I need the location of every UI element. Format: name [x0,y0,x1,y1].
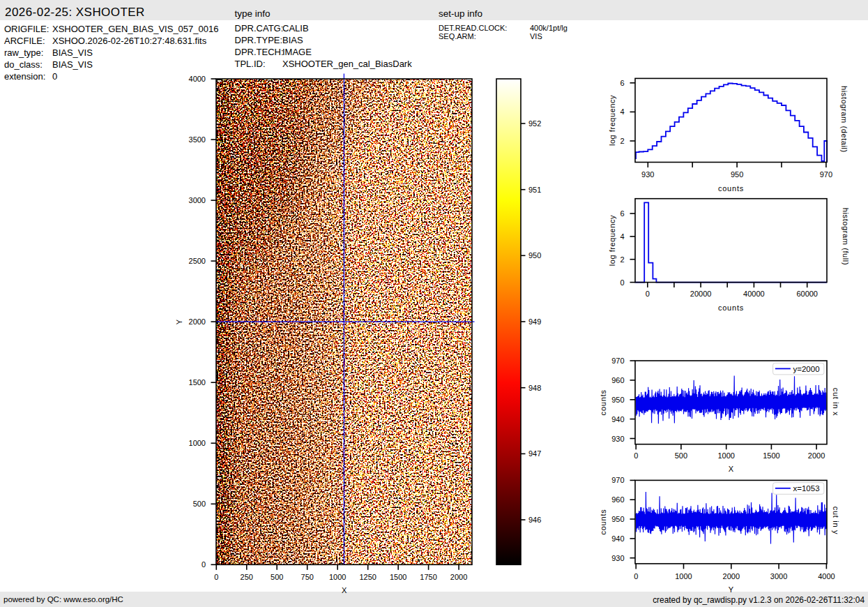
svg-text:4: 4 [620,107,624,116]
svg-text:1000: 1000 [329,573,346,581]
svg-text:950: 950 [528,251,541,260]
svg-text:cut in x: cut in x [832,388,840,416]
svg-text:0: 0 [620,278,624,287]
svg-text:960: 960 [611,376,624,384]
svg-text:2500: 2500 [189,257,206,265]
svg-text:500: 500 [675,451,687,460]
svg-text:0: 0 [214,573,218,581]
svg-text:2000: 2000 [808,451,825,460]
svg-text:4000: 4000 [189,75,206,83]
svg-text:250: 250 [241,573,253,581]
svg-text:2: 2 [620,137,624,145]
svg-text:0: 0 [646,290,650,298]
svg-text:4: 4 [620,232,624,241]
svg-text:Y: Y [729,585,734,594]
svg-text:3000: 3000 [189,196,206,204]
svg-text:947: 947 [528,449,541,458]
svg-text:6: 6 [620,209,624,218]
svg-text:counts: counts [718,304,744,312]
svg-text:X: X [342,586,347,594]
svg-text:950: 950 [611,396,624,404]
svg-text:histogram (detail): histogram (detail) [840,86,848,153]
svg-text:0: 0 [634,451,638,460]
svg-text:970: 970 [611,357,624,365]
svg-text:0: 0 [634,572,638,580]
svg-text:1750: 1750 [420,573,436,581]
svg-text:500: 500 [271,573,283,581]
svg-text:log frequency: log frequency [608,95,616,146]
svg-text:500: 500 [193,500,206,508]
svg-text:counts: counts [599,389,607,415]
svg-text:3500: 3500 [189,135,206,144]
svg-text:1000: 1000 [675,572,692,580]
svg-text:970: 970 [820,170,832,179]
svg-text:2: 2 [620,255,624,264]
svg-text:2000: 2000 [450,573,467,581]
svg-text:951: 951 [528,186,541,194]
svg-text:6: 6 [620,79,624,87]
svg-text:960: 960 [611,495,624,504]
svg-text:4000: 4000 [818,572,835,580]
svg-text:counts: counts [599,509,607,534]
svg-text:930: 930 [641,170,654,179]
svg-text:counts: counts [718,184,744,193]
svg-text:3000: 3000 [770,572,787,580]
svg-text:cut in y: cut in y [832,507,840,534]
svg-text:750: 750 [301,573,314,581]
svg-text:952: 952 [528,119,541,128]
svg-text:950: 950 [611,515,624,523]
svg-text:1250: 1250 [359,573,376,581]
svg-text:930: 930 [611,435,624,443]
svg-text:1000: 1000 [717,451,734,460]
svg-text:x=1053: x=1053 [793,484,820,493]
svg-text:20000: 20000 [690,290,712,298]
svg-text:1500: 1500 [189,378,206,387]
svg-text:949: 949 [528,317,541,326]
svg-text:0: 0 [201,560,206,569]
svg-text:histogram (full): histogram (full) [842,208,850,265]
svg-text:950: 950 [731,170,743,179]
svg-text:Y: Y [175,319,183,324]
svg-text:60000: 60000 [796,290,818,298]
svg-text:1500: 1500 [390,573,406,581]
svg-text:930: 930 [611,554,624,562]
svg-text:2000: 2000 [189,317,206,326]
svg-text:940: 940 [611,415,624,424]
svg-text:40000: 40000 [743,290,765,298]
svg-text:y=2000: y=2000 [793,365,820,373]
svg-text:970: 970 [611,476,624,484]
svg-text:log frequency: log frequency [608,215,616,266]
svg-text:948: 948 [528,384,541,392]
svg-text:946: 946 [528,516,541,524]
svg-text:940: 940 [611,534,624,543]
svg-text:X: X [729,465,734,473]
svg-text:1500: 1500 [763,451,779,460]
svg-text:1000: 1000 [189,439,206,447]
svg-text:2000: 2000 [723,572,740,580]
